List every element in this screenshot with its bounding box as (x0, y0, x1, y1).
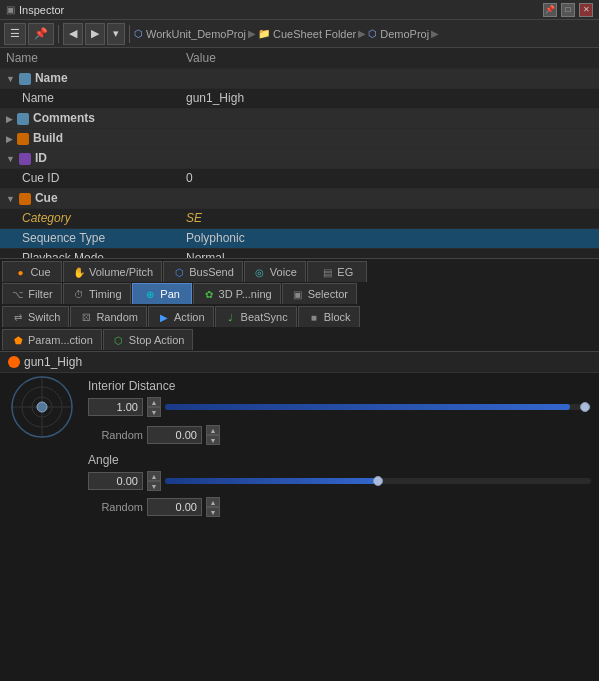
window-title: Inspector (19, 4, 543, 16)
back-button[interactable]: ◀ (63, 23, 83, 45)
angle-random-row: Random ▲ ▼ (88, 497, 591, 517)
voice-tab-icon: ◎ (253, 265, 267, 279)
section-id-label: ID (35, 151, 47, 165)
radar-container (8, 373, 76, 444)
tab-selector[interactable]: ▣ Selector (282, 283, 357, 304)
cue-section-icon (19, 193, 31, 205)
tab-3d-panning[interactable]: ✿ 3D P...ning (193, 283, 281, 304)
name-prop-label: Name (0, 88, 180, 108)
tabs-area: ● Cue ✋ Volume/Pitch ⬡ BusSend ◎ Voice ▤… (0, 258, 599, 351)
interior-controls: ▲ ▼ Random ▲ ▼ (8, 397, 591, 445)
angle-random-input[interactable] (147, 498, 202, 516)
sequence-type-value: Polyphonic (180, 228, 599, 248)
name-prop-value: gun1_High (180, 88, 599, 108)
interior-spinner: ▲ ▼ (147, 397, 161, 417)
tab-stop-action[interactable]: ⬡ Stop Action (103, 329, 194, 350)
maximize-button[interactable]: □ (561, 3, 575, 17)
forward-button[interactable]: ▶ (85, 23, 105, 45)
interior-spin-down[interactable]: ▼ (147, 407, 161, 417)
interior-slider[interactable] (165, 404, 591, 410)
section-comments-label: Comments (33, 111, 95, 125)
interior-random-input[interactable] (147, 426, 202, 444)
interior-spin-up[interactable]: ▲ (147, 397, 161, 407)
tab-switch[interactable]: ⇄ Switch (2, 306, 69, 327)
playback-mode-row[interactable]: Playback Mode Normal (0, 248, 599, 258)
angle-spinner: ▲ ▼ (147, 471, 161, 491)
col-value-header: Value (180, 48, 599, 68)
gun-section: gun1_High Interior Distance ▲ (0, 351, 599, 523)
section-name-label: Name (35, 71, 68, 85)
angle-title: Angle (88, 453, 591, 467)
breadcrumb: ⬡ WorkUnit_DemoProj ▶ 📁 CueSheet Folder … (134, 28, 595, 40)
action-tab-icon: ▶ (157, 310, 171, 324)
playback-mode-value: Normal (180, 248, 599, 258)
pin-button[interactable]: 📌 (543, 3, 557, 17)
interior-random-spin-up[interactable]: ▲ (206, 425, 220, 435)
pan-tab-icon: ⊕ (143, 287, 157, 301)
toolbar-separator (58, 25, 59, 43)
bussend-tab-icon: ⬡ (172, 265, 186, 279)
volume-tab-icon: ✋ (72, 265, 86, 279)
category-row[interactable]: Category SE (0, 208, 599, 228)
interior-distance-section: Interior Distance ▲ ▼ (0, 373, 599, 445)
angle-spin-up[interactable]: ▲ (147, 471, 161, 481)
tab-param-action[interactable]: ⬟ Param...ction (2, 329, 102, 350)
angle-value-input[interactable] (88, 472, 143, 490)
cueid-value: 0 (180, 168, 599, 188)
dropdown-button[interactable]: ▾ (107, 23, 125, 45)
sequence-type-row[interactable]: Sequence Type Polyphonic (0, 228, 599, 248)
angle-random-label: Random (88, 501, 143, 513)
breadcrumb-workunit[interactable]: ⬡ WorkUnit_DemoProj (134, 28, 246, 40)
beatsync-tab-icon: ♩ (224, 310, 238, 324)
tab-action[interactable]: ▶ Action (148, 306, 214, 327)
eg-tab-icon: ▤ (320, 265, 334, 279)
menu-button[interactable]: ☰ (4, 23, 26, 45)
section-name-row[interactable]: ▼Name (0, 68, 599, 88)
section-build-row[interactable]: ▶Build (0, 128, 599, 148)
angle-spin-down[interactable]: ▼ (147, 481, 161, 491)
triangle-id: ▼ (6, 154, 15, 164)
switch-tab-icon: ⇄ (11, 310, 25, 324)
interior-value-row: ▲ ▼ (88, 397, 591, 417)
stop-tab-icon: ⬡ (112, 333, 126, 347)
tab-bussend[interactable]: ⬡ BusSend (163, 261, 243, 282)
tab-voice[interactable]: ◎ Voice (244, 261, 306, 282)
breadcrumb-demoproj[interactable]: ⬡ DemoProj (368, 28, 429, 40)
tab-volume-pitch[interactable]: ✋ Volume/Pitch (63, 261, 162, 282)
interior-random-spin-down[interactable]: ▼ (206, 435, 220, 445)
gun-name: gun1_High (24, 355, 82, 369)
name-section-icon (19, 73, 31, 85)
tab-filter[interactable]: ⌥ Filter (2, 283, 62, 304)
bc-sep3: ▶ (431, 28, 439, 39)
interior-value-input[interactable] (88, 398, 143, 416)
tab-random[interactable]: ⚄ Random (70, 306, 147, 327)
tab-timing[interactable]: ⏱ Timing (63, 283, 131, 304)
section-cue-row[interactable]: ▼Cue (0, 188, 599, 208)
title-bar-controls: 📌 □ ✕ (543, 3, 593, 17)
random-tab-icon: ⚄ (79, 310, 93, 324)
breadcrumb-folder[interactable]: 📁 CueSheet Folder (258, 28, 356, 40)
angle-slider[interactable] (165, 478, 591, 484)
title-bar: ▣ Inspector 📌 □ ✕ (0, 0, 599, 20)
pin-view-button[interactable]: 📌 (28, 23, 54, 45)
close-button[interactable]: ✕ (579, 3, 593, 17)
tab-eg[interactable]: ▤ EG (307, 261, 367, 282)
gun-dot-icon (8, 356, 20, 368)
inspector-icon: ▣ (6, 4, 15, 15)
tab-pan[interactable]: ⊕ Pan (132, 283, 192, 304)
section-id-row[interactable]: ▼ID (0, 148, 599, 168)
section-comments-row[interactable]: ▶Comments (0, 108, 599, 128)
angle-random-spin-down[interactable]: ▼ (206, 507, 220, 517)
bc-sep1: ▶ (248, 28, 256, 39)
cue-tab-icon: ● (13, 265, 27, 279)
properties-panel: Name Value ▼Name Name gun1_High ▶Comment… (0, 48, 599, 258)
tab-block[interactable]: ■ Block (298, 306, 360, 327)
category-label: Category (0, 208, 180, 228)
tab-cue[interactable]: ● Cue (2, 261, 62, 282)
toolbar: ☰ 📌 ◀ ▶ ▾ ⬡ WorkUnit_DemoProj ▶ 📁 CueShe… (0, 20, 599, 48)
svg-point-5 (37, 402, 47, 412)
tab-beatsync[interactable]: ♩ BeatSync (215, 306, 297, 327)
id-section-icon (19, 153, 31, 165)
angle-random-spin-up[interactable]: ▲ (206, 497, 220, 507)
gun-header: gun1_High (0, 352, 599, 373)
